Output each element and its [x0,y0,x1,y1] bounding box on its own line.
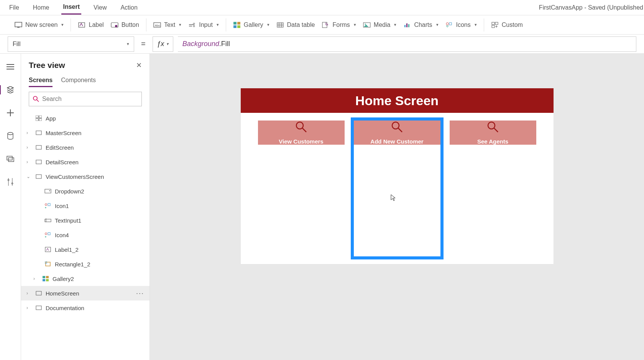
data-table-button[interactable]: Data table [276,21,315,29]
new-screen-button[interactable]: New screen ▾ [15,21,64,29]
search-icon [391,121,404,134]
menu-file[interactable]: File [8,1,21,14]
chevron-down-icon: ▾ [61,22,64,27]
charts-icon [403,21,411,29]
tree-view-button[interactable] [5,84,16,95]
chevron-down-icon[interactable]: ⌄ [26,174,32,179]
svg-point-62 [45,233,47,235]
svg-rect-72 [46,279,49,281]
screen-icon [35,130,43,136]
media-button[interactable]: Media ▾ [363,21,397,29]
svg-rect-11 [233,22,237,25]
insert-button[interactable] [5,107,16,118]
tree-node-label: Label1_2 [55,246,79,253]
icons-button[interactable]: Icons ▾ [445,21,477,29]
hamburger-button[interactable] [5,61,16,72]
card-add-new-customer[interactable]: Add New Customer [354,121,440,256]
fx-icon: ƒx [157,40,164,48]
menu-view[interactable]: View [92,1,108,14]
svg-rect-60 [45,219,51,222]
media-label: Media [374,21,391,28]
menu-action[interactable]: Action [119,1,139,14]
chevron-right-icon[interactable]: › [26,130,32,135]
fx-button[interactable]: ƒx ▾ [153,36,173,52]
tree-node-viewcustomersscreen[interactable]: ⌄ ViewCustomersScreen [21,169,150,184]
property-selector[interactable]: Fill ▾ [8,36,134,52]
tree-node-label: Dropdown2 [55,188,84,195]
svg-rect-51 [36,131,41,135]
chevron-right-icon[interactable]: › [33,276,39,281]
tree-node-textinput1[interactable]: TextInput1 [21,213,150,228]
tree-node-homescreen[interactable]: › HomeScreen ··· [21,286,150,301]
card-view-customers[interactable]: View Customers [258,121,345,256]
screen-icon [35,144,43,150]
charts-button[interactable]: Charts ▾ [403,21,438,29]
tree-node-editscreen[interactable]: › EditScreen [21,140,150,155]
forms-button[interactable]: Forms ▾ [322,21,356,29]
text-button[interactable]: Abc Text ▾ [153,21,181,29]
search-field[interactable] [42,96,138,102]
chevron-right-icon[interactable]: › [26,305,32,310]
tree-node-label: MasterScreen [46,130,81,136]
chevron-down-icon: ▾ [475,22,477,27]
chevron-right-icon[interactable]: › [26,291,32,296]
custom-label: Custom [502,21,523,28]
custom-button[interactable]: Custom [491,21,523,29]
tree-node-detailscreen[interactable]: › DetailScreen [21,155,150,169]
svg-rect-54 [36,175,41,178]
tree-node-icon1[interactable]: Icon1 [21,198,150,213]
cursor-icon [391,194,396,201]
chevron-right-icon[interactable]: › [26,145,32,150]
input-label: Input [199,21,213,28]
tab-screens[interactable]: Screens [29,74,53,87]
card-label: View Customers [279,138,323,145]
button-icon [111,21,118,29]
tree-node-gallery2[interactable]: › Gallery2 [21,271,150,286]
label-icon [44,246,52,253]
canvas-header[interactable]: Home Screen [241,88,554,113]
tree-node-app[interactable]: App [21,111,150,126]
tree-node-rectangle1-2[interactable]: Rectangle1_2 [21,257,150,271]
app-canvas[interactable]: Home Screen View Customers [241,88,554,264]
search-input[interactable] [29,92,142,106]
svg-rect-52 [36,145,41,149]
tree-node-dropdown2[interactable]: Dropdown2 [21,184,150,198]
svg-point-4 [115,25,117,27]
tree-view-title: Tree view [29,61,65,70]
tree-node-label: Documentation [46,305,84,311]
card-see-agents[interactable]: See Agents [450,121,536,256]
chevron-right-icon[interactable]: › [26,159,32,165]
media-button[interactable] [5,154,16,164]
svg-rect-24 [406,23,407,27]
svg-rect-25 [408,24,409,27]
svg-text:Abc: Abc [155,24,160,27]
svg-point-45 [33,96,37,100]
tab-components[interactable]: Components [61,74,96,87]
tree-node-label1-2[interactable]: Label1_2 [21,242,150,257]
advanced-tools-button[interactable] [5,177,16,187]
menu-insert[interactable]: Insert [61,0,81,15]
tree-node-icon4[interactable]: Icon4 [21,228,150,242]
label-button[interactable]: Label [78,21,104,29]
data-button[interactable] [5,130,16,141]
button-button[interactable]: Button [111,21,139,29]
close-icon[interactable]: ✕ [136,61,142,69]
formula-bar: Fill ▾ = ƒx ▾ Background.Fill [0,35,644,54]
chevron-down-icon: ▾ [354,22,356,27]
tree-node-documentation[interactable]: › Documentation [21,301,150,315]
formula-input[interactable]: Background.Fill [178,36,636,52]
icons-icon [445,21,453,29]
svg-rect-14 [237,25,240,28]
svg-point-10 [193,25,195,27]
left-rail [0,54,21,360]
tree-node-label: DetailScreen [46,159,79,165]
menu-home[interactable]: Home [31,1,51,14]
gallery-button[interactable]: Gallery ▾ [233,21,269,29]
svg-rect-55 [45,189,51,193]
data-table-icon [276,21,284,29]
more-icon[interactable]: ··· [136,289,144,297]
new-screen-label: New screen [25,21,58,28]
tree-node-masterscreen[interactable]: › MasterScreen [21,126,150,140]
input-button[interactable]: Input ▾ [188,21,219,29]
card-label: See Agents [477,138,508,145]
